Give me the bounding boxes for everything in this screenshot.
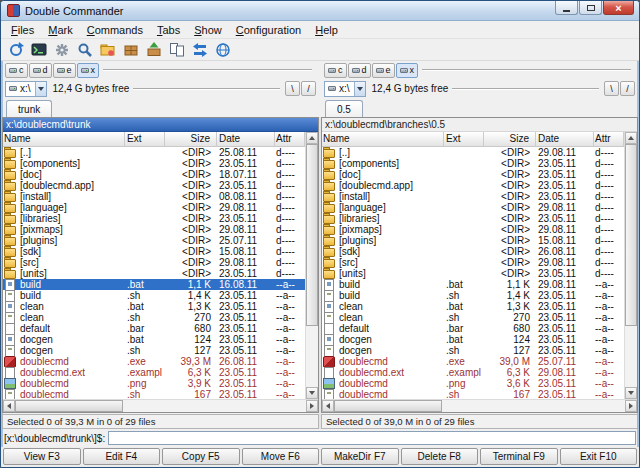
dir-row[interactable]: [units]<DIR>23.05.11d---- [322, 268, 624, 279]
drive-button-e[interactable]: e [53, 63, 76, 78]
scrollbar-thumb[interactable] [625, 144, 637, 326]
path-bar-right[interactable]: x:\doublecmd\branches\0.5 [322, 118, 637, 132]
dir-row[interactable]: [install]<DIR>23.05.11d---- [322, 191, 624, 202]
vertical-scrollbar-right[interactable] [624, 132, 637, 399]
dir-row[interactable]: [pixmaps]<DIR>29.08.11d---- [322, 224, 624, 235]
file-row[interactable]: build.sh1,4 K23.05.11--a-- [322, 290, 624, 301]
column-header-date[interactable]: Date [536, 132, 594, 146]
dir-row[interactable]: [sdk]<DIR>15.08.11d---- [3, 246, 305, 257]
file-row[interactable]: doublecmd.png3,9 K23.05.11--a-- [3, 378, 305, 389]
dir-row[interactable]: [libraries]<DIR>23.05.11d---- [322, 213, 624, 224]
fkey-button-f9[interactable]: Terminal F9 [480, 448, 558, 465]
path-bar-left[interactable]: x:\doublecmd\trunk [3, 118, 318, 132]
tab-trunk[interactable]: trunk [6, 100, 52, 117]
dir-row[interactable]: [libraries]<DIR>23.05.11d---- [3, 213, 305, 224]
scroll-right-arrow[interactable] [306, 400, 318, 412]
scrollbar-thumb[interactable] [15, 400, 123, 412]
file-row[interactable]: build.sh1,4 K23.05.11--a-- [3, 290, 305, 301]
column-header-date[interactable]: Date [217, 132, 275, 146]
file-row[interactable]: clean.sh27023.05.11--a-- [322, 312, 624, 323]
maximize-button[interactable] [579, 1, 602, 15]
menu-help[interactable]: Help [308, 23, 345, 37]
file-row[interactable]: doublecmd.ext.exampl6,3 K29.08.11--a-- [322, 367, 624, 378]
column-header-ext[interactable]: Ext [125, 132, 165, 146]
file-row[interactable]: doublecmd.ext.exampl6,3 K23.05.11--a-- [3, 367, 305, 378]
dir-row[interactable]: [..]<DIR>29.08.11d---- [322, 147, 624, 158]
file-row[interactable]: default.bar68023.05.11--a-- [322, 323, 624, 334]
dir-row[interactable]: [language]<DIR>29.08.11d---- [322, 202, 624, 213]
sync-dirs-button[interactable] [189, 40, 210, 60]
pack-button[interactable] [120, 40, 141, 60]
fkey-button-f6[interactable]: Move F6 [242, 448, 320, 465]
parent-dir-button-left[interactable]: / [301, 81, 316, 96]
file-row[interactable]: docgen.bat12423.05.11--a-- [322, 334, 624, 345]
file-row[interactable]: clean.bat1,3 K23.05.11--a-- [3, 301, 305, 312]
column-header-name[interactable]: Name [3, 132, 125, 146]
dir-row[interactable]: [language]<DIR>29.08.11d---- [3, 202, 305, 213]
menu-files[interactable]: Files [4, 23, 41, 37]
column-header-name[interactable]: Name [322, 132, 444, 146]
parent-dir-button-right[interactable]: / [620, 81, 635, 96]
file-row[interactable]: doublecmd.png3,6 K23.05.11--a-- [322, 378, 624, 389]
search-button[interactable] [74, 40, 95, 60]
scrollbar-thumb[interactable] [334, 400, 442, 412]
menu-show[interactable]: Show [187, 23, 229, 37]
dir-row[interactable]: [src]<DIR>29.08.11d---- [3, 257, 305, 268]
column-header-ext[interactable]: Ext [444, 132, 484, 146]
compare-button[interactable] [166, 40, 187, 60]
scroll-up-arrow[interactable] [306, 132, 318, 144]
dir-row[interactable]: [pixmaps]<DIR>29.08.11d---- [3, 224, 305, 235]
column-header-size[interactable]: Size [165, 132, 217, 146]
terminal-button[interactable] [28, 40, 49, 60]
dir-row[interactable]: [..]<DIR>25.08.11d---- [3, 147, 305, 158]
dir-row[interactable]: [plugins]<DIR>15.08.11d---- [322, 235, 624, 246]
drive-button-e[interactable]: e [372, 63, 395, 78]
root-dir-button-right[interactable]: \ [604, 81, 619, 96]
dir-row[interactable]: [install]<DIR>08.08.11d---- [3, 191, 305, 202]
file-row[interactable]: docgen.bat12423.05.11--a-- [3, 334, 305, 345]
tab-05[interactable]: 0.5 [325, 100, 363, 117]
fkey-button-f5[interactable]: Copy F5 [162, 448, 240, 465]
scrollbar-track[interactable] [625, 326, 637, 387]
menu-mark[interactable]: Mark [41, 23, 79, 37]
file-row[interactable]: doublecmd.sh16723.05.11--a-- [3, 389, 305, 399]
drive-button-x[interactable]: x [77, 63, 100, 78]
dir-row[interactable]: [src]<DIR>29.08.11d---- [322, 257, 624, 268]
directory-hotlist-button[interactable] [97, 40, 118, 60]
file-row[interactable]: doublecmd.exe39,3 M26.08.11--a-- [3, 356, 305, 367]
file-row[interactable]: build.bat1,1 K29.08.11--a-- [322, 279, 624, 290]
scrollbar-track[interactable] [123, 400, 306, 412]
scrollbar-thumb[interactable] [306, 144, 318, 326]
close-button[interactable]: × [603, 1, 634, 15]
column-header-attr[interactable]: Attr [594, 132, 624, 146]
dir-row[interactable]: [doc]<DIR>23.05.11d---- [322, 169, 624, 180]
fkey-button-f4[interactable]: Edit F4 [83, 448, 161, 465]
menu-commands[interactable]: Commands [80, 23, 150, 37]
dir-row[interactable]: [doc]<DIR>18.07.11d---- [3, 169, 305, 180]
file-row[interactable]: docgen.sh12723.05.11--a-- [322, 345, 624, 356]
refresh-button[interactable] [5, 40, 26, 60]
file-row[interactable]: docgen.sh12723.05.11--a-- [3, 345, 305, 356]
dir-row[interactable]: [sdk]<DIR>26.08.11d---- [322, 246, 624, 257]
minimize-button[interactable] [555, 1, 578, 15]
file-row[interactable]: default.bar68023.05.11--a-- [3, 323, 305, 334]
drive-button-c[interactable]: c [5, 63, 28, 78]
dir-row[interactable]: [units]<DIR>23.05.11d---- [3, 268, 305, 279]
column-header-size[interactable]: Size [484, 132, 536, 146]
drive-button-c[interactable]: c [324, 63, 347, 78]
scroll-left-arrow[interactable] [322, 400, 334, 412]
scrollbar-track[interactable] [306, 326, 318, 387]
drive-selector-right[interactable]: x:\ [324, 81, 366, 97]
column-header-attr[interactable]: Attr [275, 132, 305, 146]
dir-row[interactable]: [doublecmd.app]<DIR>23.05.11d---- [322, 180, 624, 191]
dir-row[interactable]: [doublecmd.app]<DIR>23.05.11d---- [3, 180, 305, 191]
network-connect-button[interactable] [212, 40, 233, 60]
scroll-up-arrow[interactable] [625, 132, 637, 144]
title-bar[interactable]: Double Commander × [1, 1, 639, 21]
menu-configuration[interactable]: Configuration [229, 23, 308, 37]
scroll-right-arrow[interactable] [625, 400, 637, 412]
dir-row[interactable]: [components]<DIR>23.05.11d---- [3, 158, 305, 169]
scroll-left-arrow[interactable] [3, 400, 15, 412]
dir-row[interactable]: [plugins]<DIR>25.07.11d---- [3, 235, 305, 246]
fkey-button-f7[interactable]: MakeDir F7 [321, 448, 399, 465]
